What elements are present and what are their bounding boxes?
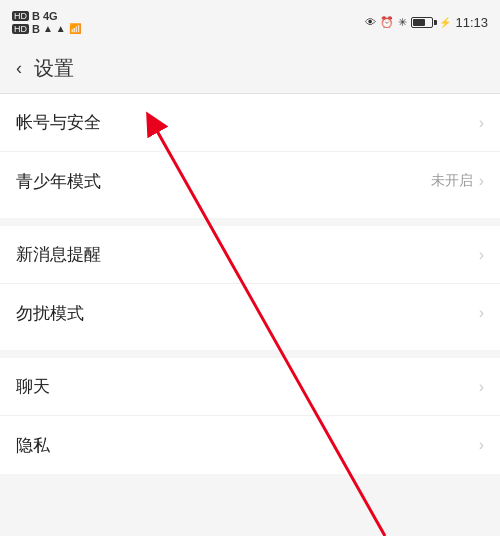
settings-group-3: 聊天 › 隐私 › <box>0 358 500 474</box>
settings-item-teen[interactable]: 青少年模式 未开启 › <box>0 152 500 210</box>
title-bar: ‹ 设置 <box>0 44 500 94</box>
chevron-icon-account: › <box>479 114 484 132</box>
hd-badge: HD <box>12 11 29 21</box>
settings-item-privacy[interactable]: 隐私 › <box>0 416 500 474</box>
status-bar: HD B 4G HD B ▲ ▲ 📶 👁 ⏰ ✳ ⚡ 11:13 <box>0 0 500 44</box>
item-right-dnd: › <box>479 304 484 322</box>
item-right-teen: 未开启 › <box>431 172 484 190</box>
status-row-top: HD B 4G <box>12 10 81 22</box>
item-label-account: 帐号与安全 <box>16 111 101 134</box>
network-type-1: B <box>32 10 40 22</box>
item-label-chat: 聊天 <box>16 375 50 398</box>
settings-item-account[interactable]: 帐号与安全 › <box>0 94 500 152</box>
settings-item-notification[interactable]: 新消息提醒 › <box>0 226 500 284</box>
back-button[interactable]: ‹ <box>16 58 22 79</box>
clock-icon: ⏰ <box>380 16 394 29</box>
chevron-icon-privacy: › <box>479 436 484 454</box>
item-right-privacy: › <box>479 436 484 454</box>
settings-group-1: 帐号与安全 › 青少年模式 未开启 › <box>0 94 500 210</box>
item-label-teen: 青少年模式 <box>16 170 101 193</box>
chevron-icon-teen: › <box>479 172 484 190</box>
item-right-account: › <box>479 114 484 132</box>
chevron-icon-notification: › <box>479 246 484 264</box>
item-label-privacy: 隐私 <box>16 434 50 457</box>
item-label-dnd: 勿扰模式 <box>16 302 84 325</box>
page-title: 设置 <box>34 55 74 82</box>
status-row-bottom: HD B ▲ ▲ 📶 <box>12 23 81 35</box>
charging-icon: ⚡ <box>439 17 451 28</box>
settings-item-chat[interactable]: 聊天 › <box>0 358 500 416</box>
eye-icon: 👁 <box>365 16 376 28</box>
signal-bar-2: ▲ <box>56 23 66 34</box>
battery-icon <box>411 17 433 28</box>
time-display: 11:13 <box>455 15 488 30</box>
item-label-notification: 新消息提醒 <box>16 243 101 266</box>
wifi-icon: 📶 <box>69 23 81 34</box>
item-right-chat: › <box>479 378 484 396</box>
bluetooth-icon: ✳ <box>398 16 407 29</box>
item-right-notification: › <box>479 246 484 264</box>
chevron-icon-chat: › <box>479 378 484 396</box>
divider-2 <box>0 350 500 358</box>
hd-badge-2: HD <box>12 24 29 34</box>
item-value-teen: 未开启 <box>431 172 473 190</box>
settings-item-dnd[interactable]: 勿扰模式 › <box>0 284 500 342</box>
status-left: HD B 4G HD B ▲ ▲ 📶 <box>12 10 81 35</box>
signal-bar-1: ▲ <box>43 23 53 34</box>
signal-4g-1: 4G <box>43 10 58 22</box>
status-right: 👁 ⏰ ✳ ⚡ 11:13 <box>365 15 488 30</box>
chevron-icon-dnd: › <box>479 304 484 322</box>
settings-group-2: 新消息提醒 › 勿扰模式 › <box>0 226 500 342</box>
divider-1 <box>0 218 500 226</box>
network-type-2: B <box>32 23 40 35</box>
settings-list: 帐号与安全 › 青少年模式 未开启 › 新消息提醒 › 勿扰模式 › <box>0 94 500 474</box>
